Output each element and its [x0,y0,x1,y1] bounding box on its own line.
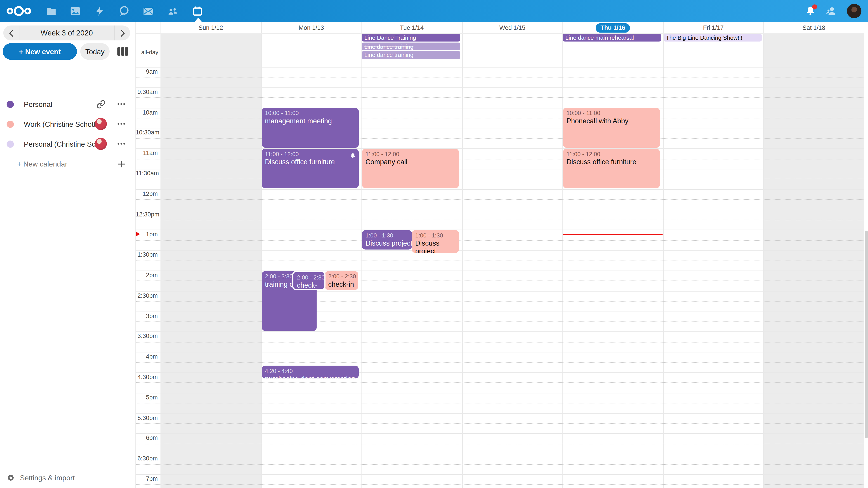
calendar-name: Personal (Christine Scho… [24,140,94,148]
calendar-color-dot [6,121,14,128]
event-title: Discuss project announcement [415,239,456,253]
half-hour-grid-line [135,250,864,251]
time-axis-label: 5:30pm [135,414,158,421]
activity-icon[interactable] [94,5,105,17]
contacts-menu-icon[interactable] [826,5,837,17]
notifications-bell-icon[interactable] [805,5,816,17]
settings-import-button[interactable]: Settings & import [0,469,135,486]
half-hour-grid-line [135,413,864,414]
calendar-event[interactable]: 11:00 - 12:00Discuss office furniture [563,149,660,188]
calendar-event[interactable]: 11:00 - 12:00Company call [362,149,459,188]
calendar-name: Work (Christine Schott) [24,120,94,128]
day-header: Thu 1/16 [563,22,663,33]
quarter-hour-grid-line [135,342,864,342]
calendar-actions-menu-icon[interactable] [115,97,128,111]
calendar-actions-menu-icon[interactable] [115,137,128,151]
new-calendar-button[interactable]: + New calendar [0,155,135,173]
day-header: Mon 1/13 [261,22,362,33]
current-time-arrow [136,232,140,236]
view-mode-toggle-icon[interactable] [117,47,128,56]
calendar-actions-menu-icon[interactable] [115,117,128,131]
quarter-hour-grid-line [135,179,864,180]
all-day-event[interactable]: Line dance training [362,51,460,59]
scrollbar-thumb[interactable] [864,231,868,438]
calendar-event[interactable]: 4:20 - 4:40purchasing dept conversation [261,366,359,378]
reminder-bell-icon [350,151,356,161]
calendar-event[interactable]: 2:00 - 2:30check-in [292,271,325,290]
half-hour-grid-line [135,454,864,454]
calendar-list-item[interactable]: Work (Christine Schott) [0,114,135,134]
contacts-icon[interactable] [167,5,178,17]
calendar-event[interactable]: 2:00 - 2:30check-in [325,271,358,290]
column-grid-line [663,22,663,488]
time-axis-label: 2pm [135,271,158,278]
event-time: 2:00 - 2:30 [297,273,321,281]
all-day-event[interactable]: The Big Line Dancing Show!!! [664,34,762,41]
event-time: 11:00 - 12:00 [566,150,657,158]
quarter-hour-grid-line [135,322,864,322]
column-grid-line [462,22,463,488]
quarter-hour-grid-line [135,423,864,424]
calendar-list-item[interactable]: Personal [0,94,135,114]
talk-icon[interactable] [119,5,129,17]
half-hour-grid-line [135,108,864,108]
calendar-event[interactable]: 11:00 - 12:00Discuss office furniture [261,149,359,188]
nextcloud-logo[interactable] [5,4,32,18]
half-hour-grid-line [135,393,864,393]
half-hour-grid-line [135,230,864,230]
mail-icon[interactable] [143,5,154,17]
calendar-event[interactable]: 1:00 - 1:30Discuss project announcement [412,230,459,253]
day-header: Sun 1/12 [160,22,261,33]
quarter-hour-grid-line [135,97,864,98]
photos-icon[interactable] [70,5,81,17]
week-label: Week 3 of 2020 [19,26,115,40]
all-day-event[interactable]: Line Dance Training [362,34,460,41]
time-axis-label: 12pm [135,190,158,197]
user-avatar[interactable] [847,4,862,18]
app-menu [45,5,203,17]
time-axis-label: 4:30pm [135,373,158,380]
half-hour-grid-line [135,169,864,169]
event-title: check-in [297,281,321,290]
all-day-event[interactable]: Line dance training [362,42,460,51]
all-day-label: all-day [135,49,158,55]
quarter-hour-grid-line [135,362,864,363]
event-time: 4:20 - 4:40 [265,367,355,375]
quarter-hour-grid-line [135,403,864,403]
time-axis-label: 6:30pm [135,455,158,462]
time-axis-label: 11am [135,150,158,156]
event-time: 10:00 - 11:00 [566,109,657,117]
new-event-button[interactable]: + New event [3,43,77,60]
event-title: Discuss office furniture [265,158,355,166]
day-header: Sat 1/18 [764,22,864,33]
share-link-icon[interactable] [95,98,107,110]
half-hour-grid-line [135,209,864,210]
files-icon[interactable] [45,5,57,17]
all-day-event[interactable]: Line dance main rehearsal [563,34,661,41]
calendar-sidebar: Week 3 of 2020 + New event Today Persona… [0,22,135,488]
time-axis-label: 9:30am [135,88,158,95]
today-day-pill: Thu 1/16 [595,23,630,33]
vertical-scrollbar [864,22,868,488]
calendar-event[interactable]: 1:00 - 1:30Discuss project announcement [362,230,412,250]
half-hour-grid-line [135,372,864,373]
calendar-list-item[interactable]: Personal (Christine Scho… [0,134,135,154]
time-axis-label: 3pm [135,313,158,319]
half-hour-grid-line [135,271,864,271]
today-button[interactable]: Today [80,43,110,60]
quarter-hour-grid-line [135,77,864,77]
calendar-event[interactable]: 10:00 - 11:00Phonecall with Abby [563,108,660,148]
current-time-line [563,234,662,235]
plus-icon[interactable] [115,157,128,170]
next-week-button[interactable] [115,26,130,40]
calendar-event[interactable]: 10:00 - 11:00management meeting [261,108,359,148]
quarter-hour-grid-line [135,220,864,220]
event-title: management meeting [265,117,355,125]
time-axis-label: 7pm [135,475,158,482]
previous-week-button[interactable] [3,26,19,40]
calendar-icon[interactable] [191,5,203,17]
column-grid-line [261,22,261,488]
calendar-name: Personal [24,100,94,108]
half-hour-grid-line [135,149,864,149]
time-axis-label: 4pm [135,353,158,360]
